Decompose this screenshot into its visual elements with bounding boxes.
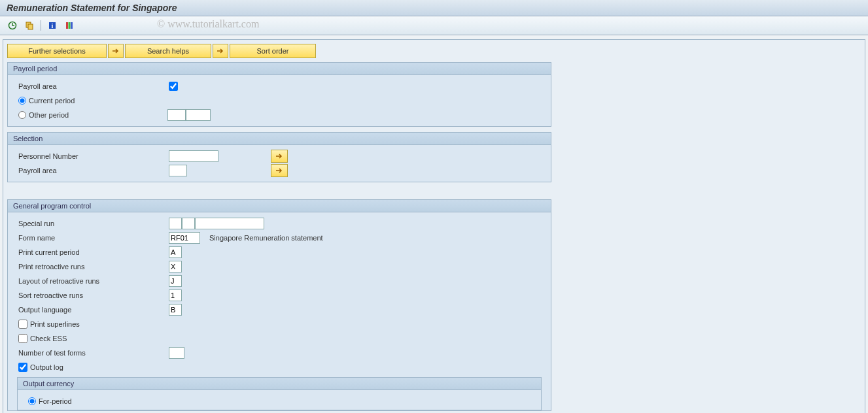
check-ess-checkbox[interactable]: [18, 334, 27, 343]
other-period-label: Other period: [29, 111, 167, 119]
current-period-radio[interactable]: [18, 97, 26, 105]
check-ess-label: Check ESS: [30, 335, 67, 342]
sort-order-arrow-icon[interactable]: [213, 44, 228, 58]
for-period-label: For-period: [39, 397, 72, 405]
personnel-number-multiple-button[interactable]: [271, 150, 288, 163]
output-currency-group: Output currency For-period: [17, 377, 542, 410]
payroll-period-group: Payroll period Payroll area Current peri…: [7, 62, 551, 127]
execute-icon[interactable]: [5, 19, 20, 32]
search-helps-arrow-icon[interactable]: [108, 44, 124, 58]
info-icon[interactable]: i: [45, 19, 60, 32]
watermark-text: © www.tutorialkart.com: [157, 18, 259, 30]
output-log-label: Output log: [30, 363, 63, 371]
toolbar-separator: [41, 20, 41, 31]
selection-toolbar: Further selections Search helps Sort ord…: [7, 44, 861, 58]
personnel-number-field[interactable]: [169, 150, 218, 162]
sort-order-button[interactable]: Sort order: [230, 44, 316, 58]
payroll-period-title: Payroll period: [8, 63, 551, 75]
general-program-control-title: General program control: [8, 200, 551, 212]
payroll-area-label: Payroll area: [14, 82, 169, 90]
special-run-field-2[interactable]: [182, 218, 195, 229]
svg-rect-5: [66, 22, 68, 29]
output-language-field[interactable]: [169, 304, 182, 316]
print-retroactive-runs-label: Print retroactive runs: [14, 263, 169, 271]
form-name-description: Singapore Remuneration statement: [209, 234, 323, 242]
selection-title: Selection: [8, 133, 551, 145]
number-of-test-forms-label: Number of test forms: [14, 349, 169, 357]
app-toolbar: i © www.tutorialkart.com: [0, 16, 868, 35]
selection-payroll-area-multiple-button[interactable]: [271, 164, 288, 177]
selection-payroll-area-field[interactable]: [169, 165, 187, 176]
layout-retroactive-runs-label: Layout of retroactive runs: [14, 277, 169, 285]
other-period-radio[interactable]: [18, 111, 26, 119]
selection-payroll-area-label: Payroll area: [14, 167, 169, 174]
general-program-control-group: General program control Special run Form…: [7, 199, 551, 411]
color-legend-icon[interactable]: [62, 19, 77, 32]
print-superlines-label: Print superlines: [30, 320, 80, 328]
other-period-field-1[interactable]: [167, 109, 186, 121]
payroll-area-checkbox[interactable]: [169, 82, 178, 91]
selection-group: Selection Personnel Number Payroll area: [7, 132, 551, 182]
print-retroactive-runs-field[interactable]: [169, 261, 182, 273]
window-titlebar: Remuneration Statement for Singapore: [0, 0, 868, 16]
svg-text:i: i: [52, 22, 54, 29]
personnel-number-label: Personnel Number: [14, 152, 169, 160]
selection-screen: Further selections Search helps Sort ord…: [3, 39, 865, 413]
layout-retroactive-runs-field[interactable]: [169, 275, 182, 287]
number-of-test-forms-field[interactable]: [169, 347, 184, 359]
sort-retroactive-runs-label: Sort retroactive runs: [14, 291, 169, 299]
for-period-radio[interactable]: [28, 397, 36, 405]
page-title: Remuneration Statement for Singapore: [7, 3, 177, 13]
svg-rect-6: [69, 22, 71, 29]
variant-icon[interactable]: [22, 19, 37, 32]
output-language-label: Output language: [14, 306, 169, 314]
special-run-label: Special run: [14, 220, 169, 227]
search-helps-button[interactable]: Search helps: [125, 44, 211, 58]
current-period-label: Current period: [29, 97, 75, 105]
form-name-field[interactable]: [169, 232, 200, 244]
further-selections-button[interactable]: Further selections: [7, 44, 107, 58]
svg-rect-7: [71, 22, 73, 29]
special-run-field-3[interactable]: [195, 218, 264, 229]
other-period-field-2[interactable]: [186, 109, 211, 121]
special-run-field-1[interactable]: [169, 218, 182, 229]
svg-rect-2: [28, 24, 33, 29]
print-current-period-field[interactable]: [169, 246, 182, 258]
sort-retroactive-runs-field[interactable]: [169, 289, 182, 301]
print-superlines-checkbox[interactable]: [18, 320, 27, 329]
output-log-checkbox[interactable]: [18, 363, 27, 372]
output-currency-title: Output currency: [18, 378, 541, 390]
form-name-label: Form name: [14, 234, 169, 242]
print-current-period-label: Print current period: [14, 248, 169, 256]
